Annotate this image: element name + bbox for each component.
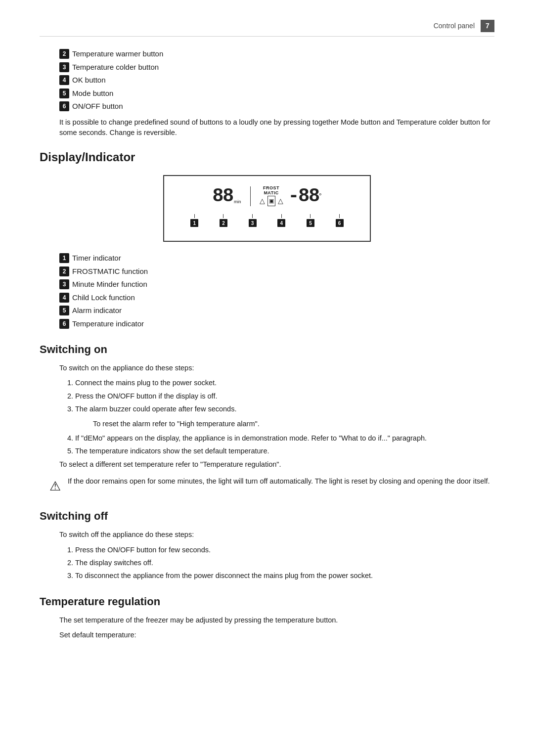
indicator-badge-5: 5 bbox=[59, 306, 69, 315]
badge-4: 4 bbox=[59, 75, 69, 85]
display-indicator-title: Display/Indicator bbox=[40, 148, 494, 166]
indicator-badge-1: 1 bbox=[59, 253, 69, 263]
list-item: 5 Mode button bbox=[40, 88, 494, 99]
marker-2: 2 bbox=[220, 214, 227, 227]
item-text-4: OK button bbox=[72, 75, 106, 86]
list-item: 3 Temperature colder button bbox=[40, 62, 494, 73]
marker-6: 6 bbox=[336, 214, 344, 227]
min-label: min bbox=[234, 199, 241, 204]
marker-line bbox=[252, 214, 253, 218]
marker-num-1: 1 bbox=[190, 219, 198, 227]
temperature-regulation-text: The set temperature of the freezer may b… bbox=[40, 615, 494, 625]
display-inner: 88min FROSTMATIC △ ▣ △ -88° bbox=[176, 182, 358, 210]
page-number: 7 bbox=[481, 20, 494, 32]
switching-on-intro: To switch on the appliance do these step… bbox=[40, 362, 494, 373]
temperature-regulation-title: Temperature regulation bbox=[40, 593, 494, 610]
lock-icon: ▣ bbox=[267, 196, 275, 206]
header-label: Control panel bbox=[434, 21, 475, 31]
step-5: The temperature indicators show the set … bbox=[75, 445, 494, 456]
marker-line bbox=[310, 214, 311, 218]
indicator-badge-4: 4 bbox=[59, 293, 69, 303]
item-text-2: Temperature warmer button bbox=[72, 48, 163, 60]
list-item: 2 Temperature warmer button bbox=[40, 48, 494, 60]
minute-minder-icon: △ bbox=[278, 196, 283, 206]
marker-5: 5 bbox=[307, 214, 314, 227]
step5-note: To select a different set temperature re… bbox=[40, 459, 494, 470]
marker-line bbox=[223, 214, 223, 218]
badge-3: 3 bbox=[59, 62, 69, 72]
indicator-item-6: 6 Temperature indicator bbox=[59, 318, 494, 330]
indicator-text-5: Alarm indicator bbox=[72, 305, 122, 316]
display-diagram-wrapper: 88min FROSTMATIC △ ▣ △ -88° bbox=[40, 175, 494, 242]
indicator-text-1: Timer indicator bbox=[72, 253, 121, 264]
indicator-badge-3: 3 bbox=[59, 279, 69, 289]
marker-4: 4 bbox=[277, 214, 285, 227]
right-seg-digits: -88 bbox=[288, 185, 319, 207]
divider-line bbox=[250, 186, 251, 206]
switching-on-steps: Connect the mains plug to the power sock… bbox=[40, 377, 494, 414]
marker-num-6: 6 bbox=[336, 219, 344, 227]
badge-5: 5 bbox=[59, 89, 69, 98]
marker-num-3: 3 bbox=[249, 219, 257, 227]
frost-matic-label: FROSTMATIC bbox=[263, 186, 279, 196]
marker-num-5: 5 bbox=[307, 219, 314, 227]
item-text-6: ON/OFF button bbox=[72, 101, 123, 112]
indicator-item-4: 4 Child Lock function bbox=[59, 292, 494, 304]
indicator-text-3: Minute Minder function bbox=[72, 279, 147, 290]
badge-2: 2 bbox=[59, 49, 69, 59]
item-text-5: Mode button bbox=[72, 88, 113, 99]
indicator-list: 1 Timer indicator 2 FROSTMATIC function … bbox=[59, 253, 494, 329]
frost-matic-area: FROSTMATIC △ ▣ △ bbox=[260, 186, 283, 206]
warning-icon: ⚠ bbox=[49, 477, 61, 496]
switching-on-step4-list: If "dEMo" appears on the display, the ap… bbox=[40, 433, 494, 457]
list-item: 4 OK button bbox=[40, 75, 494, 86]
step-1: Connect the mains plug to the power sock… bbox=[75, 377, 494, 388]
indicator-text-6: Temperature indicator bbox=[72, 318, 144, 330]
step-4: If "dEMo" appears on the display, the ap… bbox=[75, 433, 494, 444]
page-header: Control panel 7 bbox=[40, 20, 494, 37]
display-diagram: 88min FROSTMATIC △ ▣ △ -88° bbox=[163, 175, 371, 242]
switching-off-intro: To switch off the appliance do these ste… bbox=[40, 529, 494, 540]
switching-off-steps: Press the ON/OFF button for few seconds.… bbox=[40, 544, 494, 581]
indicator-badge-6: 6 bbox=[59, 319, 69, 329]
left-seg-digits: 88 bbox=[212, 185, 233, 207]
item-text-3: Temperature colder button bbox=[72, 62, 159, 73]
indicator-item-5: 5 Alarm indicator bbox=[59, 305, 494, 316]
intro-note: It is possible to change predefined soun… bbox=[40, 117, 494, 139]
list-item: 6 ON/OFF button bbox=[40, 101, 494, 112]
marker-line bbox=[339, 214, 340, 218]
alarm-icon: △ bbox=[260, 196, 265, 206]
off-step-1: Press the ON/OFF button for few seconds. bbox=[75, 544, 494, 555]
marker-num-4: 4 bbox=[277, 219, 285, 227]
off-step-3: To disconnect the appliance from the pow… bbox=[75, 570, 494, 581]
switching-on-title: Switching on bbox=[40, 341, 494, 357]
marker-1: 1 bbox=[190, 214, 198, 227]
indicator-item-2: 2 FROSTMATIC function bbox=[59, 266, 494, 277]
marker-num-2: 2 bbox=[220, 219, 227, 227]
off-step-2: The display switches off. bbox=[75, 557, 494, 568]
indicator-badge-2: 2 bbox=[59, 267, 69, 276]
badge-6: 6 bbox=[59, 101, 69, 111]
warning-text: If the door remains open for some minute… bbox=[68, 476, 490, 487]
step-2: Press the ON/OFF button if the display i… bbox=[75, 391, 494, 401]
temperature-regulation-text2: Set default temperature: bbox=[40, 629, 494, 640]
step3-note: To reset the alarm refer to "High temper… bbox=[40, 419, 494, 430]
icons-row: △ ▣ △ bbox=[260, 196, 283, 206]
marker-line bbox=[281, 214, 282, 218]
button-items-list: 2 Temperature warmer button 3 Temperatur… bbox=[40, 48, 494, 112]
marker-line bbox=[194, 214, 195, 218]
warning-box: ⚠ If the door remains open for some minu… bbox=[40, 476, 494, 496]
indicator-item-3: 3 Minute Minder function bbox=[59, 279, 494, 290]
indicator-text-2: FROSTMATIC function bbox=[72, 266, 148, 277]
left-segment-display: 88min bbox=[212, 182, 241, 210]
step-3: The alarm buzzer could operate after few… bbox=[75, 403, 494, 414]
switching-off-title: Switching off bbox=[40, 508, 494, 524]
indicator-text-4: Child Lock function bbox=[72, 292, 135, 304]
numbered-markers: 1 2 3 4 5 bbox=[176, 214, 358, 227]
marker-3: 3 bbox=[249, 214, 257, 227]
degree-symbol: ° bbox=[319, 192, 322, 200]
indicator-item-1: 1 Timer indicator bbox=[59, 253, 494, 264]
right-segment-display: -88° bbox=[288, 182, 322, 210]
